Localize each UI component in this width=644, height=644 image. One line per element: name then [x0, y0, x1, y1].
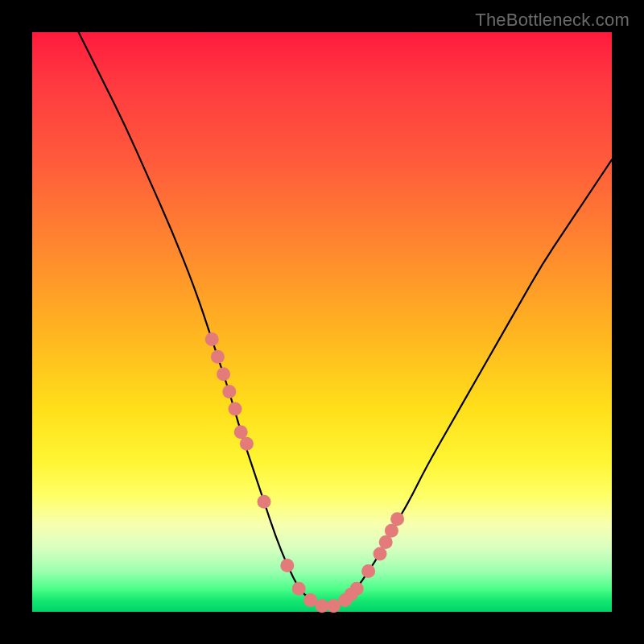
marker-dot: [229, 402, 242, 416]
marker-dot: [390, 512, 404, 526]
chart-frame: TheBottleneck.com: [0, 0, 644, 644]
marker-dot: [258, 495, 271, 509]
marker-dot: [303, 593, 317, 607]
bottleneck-curve: [79, 32, 612, 606]
marker-dot: [374, 547, 387, 561]
chart-svg: [32, 32, 612, 612]
marker-dot: [234, 425, 248, 439]
marker-dot: [385, 524, 398, 538]
marker-dot: [211, 350, 225, 364]
watermark-text: TheBottleneck.com: [475, 10, 630, 31]
marker-dot: [327, 599, 341, 613]
curve-markers: [205, 332, 404, 613]
marker-dot: [292, 582, 306, 596]
marker-dot: [350, 582, 364, 596]
marker-dot: [240, 437, 254, 451]
marker-dot: [379, 535, 393, 549]
plot-area: [32, 32, 612, 612]
marker-dot: [280, 559, 294, 572]
marker-dot: [217, 367, 230, 381]
marker-dot: [222, 385, 236, 398]
marker-dot: [361, 564, 375, 578]
marker-dot: [205, 332, 219, 346]
